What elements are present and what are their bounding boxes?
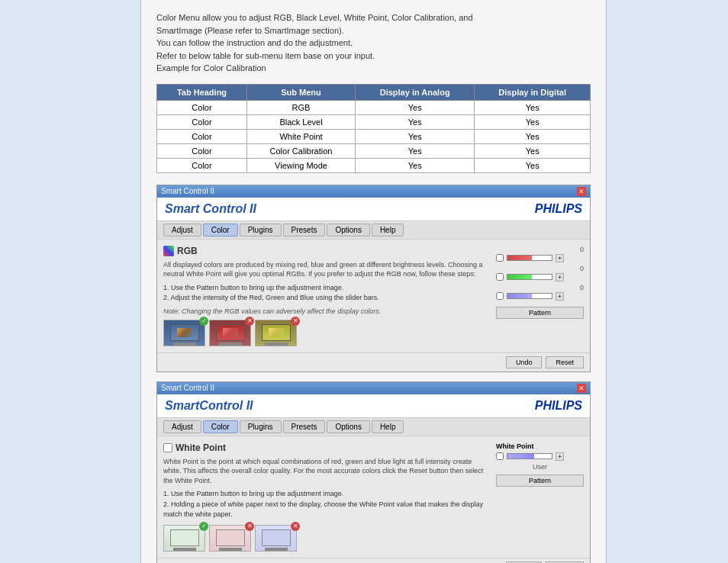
rgb-footer: Undo Reset: [157, 352, 590, 372]
wp-icon: [163, 443, 172, 452]
intro-text: Color Menu allow you to adjust RGB, Blac…: [156, 11, 591, 75]
rgb-undo-button[interactable]: Undo: [506, 356, 543, 368]
rgb-toored-preview: [209, 320, 251, 346]
page-container: Color Menu allow you to adjust RGB, Blac…: [0, 0, 728, 563]
obtain-checkbox[interactable]: [496, 273, 504, 281]
red-checkbox[interactable]: [496, 254, 504, 262]
wp-navbar: Adjust Color Plugins Presets Options Hel…: [157, 418, 590, 436]
intro-line4: Refer to below table for sub-menu item b…: [156, 50, 591, 63]
red-value-label: 0: [496, 246, 584, 253]
wp-pink-image: ✕: [209, 525, 251, 552]
blue-slider-inc[interactable]: +: [556, 292, 564, 301]
wp-slider-track[interactable]: [507, 453, 552, 459]
rgb-description: All displayed colors are produced by mix…: [163, 260, 490, 279]
wp-user-label: User: [496, 463, 584, 471]
wp-pattern-button[interactable]: Pattern: [496, 475, 584, 487]
rgb-nav-options[interactable]: Options: [327, 224, 369, 236]
rgb-correct-preview: [163, 320, 205, 346]
rgb-title-text: RGB: [177, 246, 198, 256]
row5-digital: Yes: [475, 158, 591, 172]
intro-line5: Example for Color Calibration: [156, 62, 591, 75]
rgb-nav-help[interactable]: Help: [372, 224, 404, 236]
intro-line3: You can follow the instruction and do th…: [156, 37, 591, 50]
blue-slider-row: +: [496, 292, 584, 301]
table-row: Color Color Calibration Yes Yes: [157, 143, 591, 158]
row4-digital: Yes: [475, 143, 591, 158]
blue-value-label: 0: [496, 284, 584, 291]
table-header-tab: Tab Heading: [157, 84, 247, 100]
wp-pink-mark: ✕: [245, 522, 254, 531]
wp-nav-presets[interactable]: Presets: [283, 420, 326, 433]
color-menu-table: Tab Heading Sub Menu Display in Analog D…: [156, 84, 591, 173]
rgb-section-title: RGB: [163, 246, 490, 256]
row5-tab: Color: [157, 158, 247, 172]
wp-checkbox[interactable]: [496, 452, 504, 460]
monitor-base3: [265, 343, 288, 346]
wp-instructions: 1. Use the Pattern button to bring up th…: [163, 489, 490, 520]
row4-tab: Color: [157, 143, 247, 158]
wp-nav-color[interactable]: Color: [203, 420, 238, 433]
blue-checkbox[interactable]: [496, 292, 504, 300]
rgb-instruction2: 2. Adjust the intensity of the Red, Gree…: [163, 293, 490, 304]
wp-titlebar: Smart Control II ✕: [157, 382, 590, 394]
intro-line2: SmartImage (Please refer to SmartImage s…: [156, 24, 591, 37]
obtain-slider-inc[interactable]: +: [556, 273, 564, 282]
red-slider-inc[interactable]: +: [556, 254, 564, 262]
wp-right-panel: White Point + User Pattern: [496, 442, 584, 552]
rgb-pattern-button[interactable]: Pattern: [496, 307, 584, 319]
row5-sub: Viewing Mode: [247, 158, 356, 172]
wp-correct-image: ✓: [163, 525, 205, 552]
rgb-yellow-image: ✕: [255, 320, 297, 346]
blue-slider-track[interactable]: [507, 293, 552, 299]
wp-slider-label: White Point: [496, 442, 584, 450]
rgb-toored-image: ✕: [209, 320, 251, 346]
rgb-app-title: Smart Control II: [165, 202, 256, 216]
wp-nav-options[interactable]: Options: [327, 420, 369, 433]
wp-close-button[interactable]: ✕: [577, 384, 586, 393]
rgb-right-panel: 0 + 0 +: [496, 246, 584, 346]
blue-slider-fill: [507, 294, 532, 298]
wp-pink-preview: [209, 525, 251, 552]
rgb-nav-plugins[interactable]: Plugins: [240, 224, 282, 236]
wp-instruction1: 1. Use the Pattern button to bring up th…: [163, 489, 490, 500]
yellow-mark: ✕: [291, 317, 300, 326]
wp-instruction2: 2. Holding a piece of white paper next t…: [163, 500, 490, 520]
obtain-slider-track[interactable]: [507, 274, 552, 280]
wp-blue-mark: ✕: [291, 522, 300, 531]
red-slider-track[interactable]: [507, 255, 552, 261]
row5-analog: Yes: [356, 158, 475, 172]
monitor-base1: [173, 343, 196, 346]
row2-digital: Yes: [475, 114, 591, 129]
obtain-slider-row: +: [496, 273, 584, 282]
wp-slider-inc[interactable]: +: [556, 452, 564, 461]
wp-footer: Undo Reset: [157, 558, 590, 563]
row2-tab: Color: [157, 114, 247, 129]
rgb-sample-images: ✓: [163, 320, 490, 346]
intro-line1: Color Menu allow you to adjust RGB, Blac…: [156, 11, 591, 24]
wp-app-title: SmartControl II: [165, 399, 253, 413]
wp-blue-preview: [255, 525, 297, 552]
rgb-instruction1: 1. Use the Pattern button to bring up th…: [163, 283, 490, 294]
rgb-reset-button[interactable]: Reset: [546, 356, 584, 368]
wp-nav-plugins[interactable]: Plugins: [240, 420, 282, 433]
obtain-value-label: 0: [496, 265, 584, 272]
wp-description: White Point is the point at which equal …: [163, 457, 490, 486]
row2-analog: Yes: [356, 114, 475, 129]
row1-analog: Yes: [356, 100, 475, 114]
wp-blue-image: ✕: [255, 525, 297, 552]
table-row: Color RGB Yes Yes: [157, 100, 591, 114]
wp-title-text: White Point: [176, 442, 226, 453]
row1-digital: Yes: [475, 100, 591, 114]
wp-nav-help[interactable]: Help: [372, 420, 404, 433]
wp-nav-adjust[interactable]: Adjust: [163, 420, 201, 433]
wp-window-title: Smart Control II: [161, 384, 214, 392]
rgb-nav-adjust[interactable]: Adjust: [163, 224, 201, 236]
row1-sub: RGB: [247, 100, 356, 114]
left-sidebar: [0, 0, 141, 563]
rgb-close-button[interactable]: ✕: [577, 187, 586, 196]
table-row: Color White Point Yes Yes: [157, 129, 591, 143]
row2-sub: Black Level: [247, 114, 356, 129]
rgb-nav-color[interactable]: Color: [203, 224, 238, 236]
wp-section-title: White Point: [163, 442, 490, 453]
rgb-nav-presets[interactable]: Presets: [283, 224, 326, 236]
